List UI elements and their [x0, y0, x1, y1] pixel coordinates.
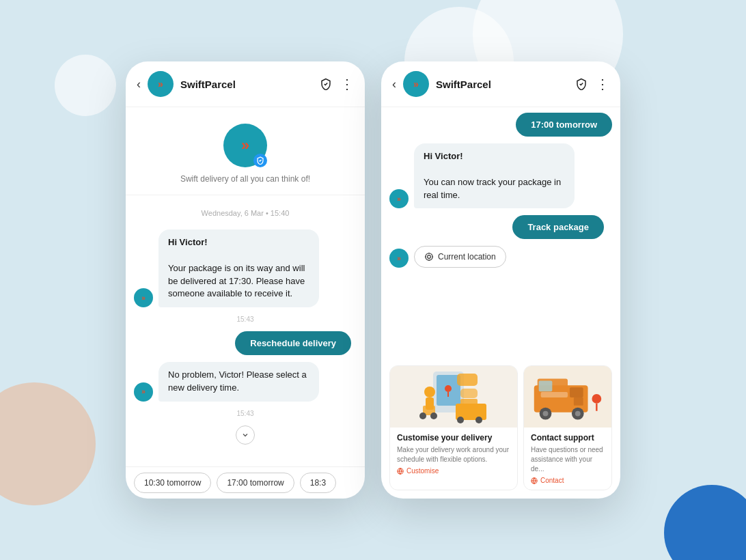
current-location-button[interactable]: Current location: [414, 246, 506, 268]
svg-point-8: [445, 385, 452, 392]
phone-2: ‹ » SwiftParcel ⋮ 17:00 tomorrow: [381, 61, 620, 499]
phone1-tagline: Swift delivery of all you can think of!: [180, 174, 310, 184]
phone2-bubble-1: Hi Victor!You can now track your package…: [414, 143, 575, 208]
phone2-chat-area: 17:00 tomorrow » Hi Victor!You can now t…: [381, 107, 620, 363]
phone1-msg-icon-1: »: [134, 288, 153, 307]
phone2-back-button[interactable]: ‹: [392, 77, 396, 92]
card-customise[interactable]: Customise your delivery Make your delive…: [389, 365, 518, 490]
svg-point-28: [543, 410, 549, 416]
phone1-msg-icon-2: »: [134, 382, 153, 402]
phone1-ts-mid: 15:43: [134, 314, 357, 324]
card-support-image: [524, 366, 611, 428]
svg-point-13: [430, 412, 437, 419]
svg-point-1: [426, 253, 433, 261]
phone2-outgoing-bubble: 17:00 tomorrow: [516, 113, 612, 137]
phone2-avatar: »: [403, 71, 429, 97]
time-pill-3[interactable]: 18:3: [300, 473, 336, 493]
location-label: Current location: [438, 252, 496, 262]
svg-point-12: [419, 412, 426, 419]
card-support-desc: Have questions or need assistance with y…: [531, 445, 605, 474]
svg-point-31: [592, 394, 601, 404]
phone1-profile: » Swift delivery of all you can think of…: [126, 107, 365, 195]
bg-decoration-3: [0, 382, 96, 505]
svg-point-18: [457, 417, 464, 423]
phone1-app-name: SwiftParcel: [180, 79, 312, 90]
phone2-msg-incoming: » Hi Victor!You can now track your packa…: [389, 143, 612, 208]
svg-rect-32: [541, 392, 568, 397]
card-customise-image: [390, 366, 517, 428]
phone2-menu-button[interactable]: ⋮: [596, 76, 609, 92]
card-support-body: Contact support Have questions or need a…: [524, 428, 611, 490]
reschedule-button[interactable]: Reschedule delivery: [235, 331, 351, 355]
phone2-msg-icon: »: [389, 189, 409, 208]
card-customise-body: Customise your delivery Make your delive…: [390, 428, 517, 490]
scroll-down-button[interactable]: [236, 425, 255, 445]
phone1-msg-1: » Hi Victor!Your package is on its way a…: [134, 229, 357, 307]
bg-decoration-5: [55, 55, 116, 116]
svg-rect-14: [457, 374, 478, 386]
phone1-header: ‹ » SwiftParcel ⋮: [126, 61, 365, 107]
phone2-header: ‹ » SwiftParcel ⋮: [381, 61, 620, 107]
phone1-shield-icon: [318, 76, 333, 92]
svg-point-19: [475, 417, 482, 423]
phone1-time-pills: 10:30 tomorrow 17:00 tomorrow 18:3: [126, 466, 365, 499]
phone1-bubble-2: No problem, Victor! Please select a new …: [158, 362, 319, 402]
phone2-shield-icon: [574, 76, 589, 92]
phone-1: ‹ » SwiftParcel ⋮ »: [126, 61, 365, 499]
svg-rect-26: [574, 397, 583, 405]
svg-rect-24: [539, 380, 553, 391]
time-pill-1[interactable]: 10:30 tomorrow: [134, 473, 211, 493]
card-support-title: Contact support: [531, 433, 605, 443]
phone1-ts-mid2: 15:43: [134, 408, 357, 419]
svg-point-30: [575, 410, 581, 416]
phone1-avatar: »: [148, 71, 174, 97]
card-support-link[interactable]: Contact: [531, 477, 605, 484]
phones-container: ‹ » SwiftParcel ⋮ »: [126, 61, 620, 499]
svg-rect-17: [460, 399, 478, 409]
svg-point-0: [428, 255, 431, 259]
phone1-menu-button[interactable]: ⋮: [340, 76, 354, 92]
svg-point-9: [424, 387, 435, 397]
phone1-profile-badge: [253, 154, 267, 167]
bg-decoration-4: [664, 485, 746, 560]
track-package-button[interactable]: Track package: [512, 215, 604, 239]
phone1-chat-area: Wednesday, 6 Mar • 15:40 » Hi Victor!You…: [126, 195, 365, 466]
phone1-msg-2: » No problem, Victor! Please select a ne…: [134, 362, 357, 402]
card-customise-title: Customise your delivery: [397, 433, 510, 443]
phone2-location-row: » Current location: [389, 246, 612, 268]
phone2-msg-outgoing: 17:00 tomorrow: [389, 113, 612, 137]
phone1-avatar-icon: »: [158, 79, 163, 89]
phone1-timestamp-header: Wednesday, 6 Mar • 15:40: [134, 201, 357, 223]
card-customise-desc: Make your delivery work around your sche…: [397, 445, 510, 464]
phone2-app-name: SwiftParcel: [436, 79, 567, 90]
svg-rect-25: [570, 387, 583, 397]
card-support[interactable]: Contact support Have questions or need a…: [523, 365, 612, 490]
phone2-location-icon: »: [389, 249, 409, 268]
time-pill-2[interactable]: 17:00 tomorrow: [217, 473, 294, 493]
phone1-back-button[interactable]: ‹: [137, 77, 141, 92]
phone1-bubble-1: Hi Victor!Your package is on its way and…: [158, 229, 319, 307]
card-customise-link[interactable]: Customise: [397, 467, 510, 475]
phone2-cards: Customise your delivery Make your delive…: [381, 363, 620, 499]
svg-rect-15: [460, 389, 478, 398]
phone1-profile-avatar: »: [223, 124, 267, 167]
